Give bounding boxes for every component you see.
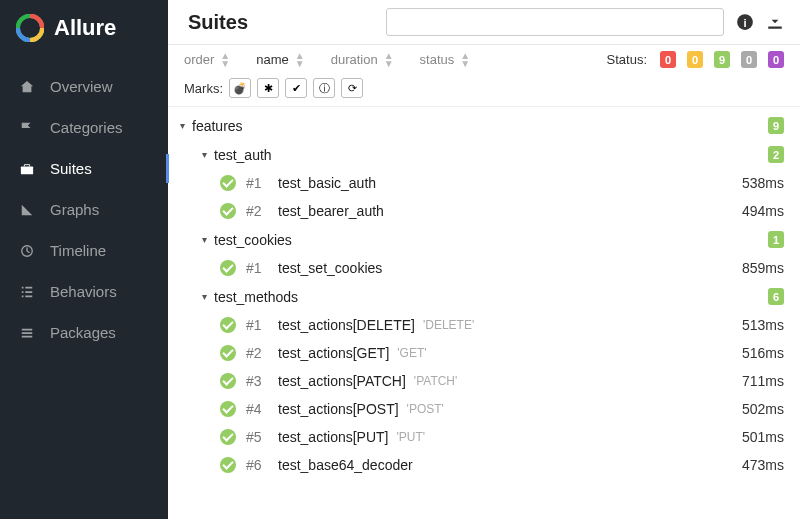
count-badge: 2 — [768, 146, 784, 163]
tree-row[interactable]: #2test_actions[GET]'GET'516ms — [176, 339, 784, 367]
search-input[interactable] — [386, 8, 724, 36]
test-index: #6 — [246, 457, 268, 473]
marks-row: Marks: 💣 ✱ ✔ ⓘ ⟳ — [168, 74, 800, 107]
sorter-order[interactable]: order ▲▼ — [184, 52, 230, 68]
count-badge: 9 — [768, 117, 784, 134]
status-badge-skipped[interactable]: 0 — [741, 51, 757, 68]
mark-failed-button[interactable]: ✔ — [285, 78, 307, 98]
tree-row[interactable]: #4test_actions[POST]'POST'502ms — [176, 395, 784, 423]
test-index: #1 — [246, 317, 268, 333]
test-duration: 516ms — [742, 345, 784, 361]
flag-icon — [18, 120, 36, 136]
sidebar: Allure Overview Categories Suites Graphs… — [0, 0, 168, 519]
node-name: test_auth — [214, 147, 272, 163]
mark-flaky-button[interactable]: 💣 — [229, 78, 251, 98]
tree-row[interactable]: ▾test_cookies1 — [176, 225, 784, 254]
info-icon[interactable]: i — [736, 13, 754, 31]
test-index: #5 — [246, 429, 268, 445]
node-name: features — [192, 118, 243, 134]
test-index: #4 — [246, 401, 268, 417]
sidebar-item-suites[interactable]: Suites — [0, 148, 168, 189]
sidebar-item-label: Timeline — [50, 242, 106, 259]
sidebar-item-packages[interactable]: Packages — [0, 312, 168, 353]
test-index: #3 — [246, 373, 268, 389]
sort-arrows-icon: ▲▼ — [295, 52, 305, 68]
sidebar-item-graphs[interactable]: Graphs — [0, 189, 168, 230]
status-passed-icon — [220, 457, 236, 473]
status-passed-icon — [220, 429, 236, 445]
status-passed-icon — [220, 373, 236, 389]
test-param: 'POST' — [407, 402, 444, 416]
sidebar-item-label: Behaviors — [50, 283, 117, 300]
test-param: 'PATCH' — [414, 374, 457, 388]
sorter-label: order — [184, 52, 214, 67]
brand-logo-icon — [16, 14, 44, 42]
test-duration: 711ms — [742, 373, 784, 389]
status-passed-icon — [220, 345, 236, 361]
chart-icon — [18, 202, 36, 218]
test-duration: 859ms — [742, 260, 784, 276]
tree-row[interactable]: ▾features9 — [176, 111, 784, 140]
mark-retries-button[interactable]: ⟳ — [341, 78, 363, 98]
tree-row[interactable]: #6test_base64_decoder473ms — [176, 451, 784, 479]
test-name: test_actions[PUT] — [278, 429, 389, 445]
node-name: test_methods — [214, 289, 298, 305]
status-passed-icon — [220, 401, 236, 417]
home-icon — [18, 79, 36, 95]
test-param: 'DELETE' — [423, 318, 474, 332]
sort-arrows-icon: ▲▼ — [384, 52, 394, 68]
tree-row[interactable]: #2test_bearer_auth494ms — [176, 197, 784, 225]
sidebar-item-label: Suites — [50, 160, 92, 177]
test-name: test_actions[PATCH] — [278, 373, 406, 389]
download-icon[interactable] — [766, 13, 784, 31]
status-badge-failed[interactable]: 0 — [660, 51, 676, 68]
status-badge-unknown[interactable]: 0 — [768, 51, 784, 68]
tree-row[interactable]: #1test_actions[DELETE]'DELETE'513ms — [176, 311, 784, 339]
sidebar-item-timeline[interactable]: Timeline — [0, 230, 168, 271]
chevron-down-icon: ▾ — [198, 291, 210, 302]
test-name: test_actions[POST] — [278, 401, 399, 417]
topbar: Suites i — [168, 0, 800, 45]
tree-row[interactable]: ▾test_auth2 — [176, 140, 784, 169]
chevron-down-icon: ▾ — [176, 120, 188, 131]
tree-row[interactable]: #1test_set_cookies859ms — [176, 254, 784, 282]
sort-arrows-icon: ▲▼ — [460, 52, 470, 68]
node-name: test_cookies — [214, 232, 292, 248]
page-title: Suites — [184, 11, 248, 34]
sidebar-item-label: Packages — [50, 324, 116, 341]
sorter-name[interactable]: name ▲▼ — [256, 52, 304, 68]
status-label: Status: — [607, 52, 647, 67]
test-duration: 513ms — [742, 317, 784, 333]
mark-manual-button[interactable]: ⓘ — [313, 78, 335, 98]
status-badge-broken[interactable]: 0 — [687, 51, 703, 68]
sidebar-item-overview[interactable]: Overview — [0, 66, 168, 107]
sort-row: order ▲▼ name ▲▼ duration ▲▼ status ▲▼ S… — [168, 45, 800, 74]
status-passed-icon — [220, 175, 236, 191]
sidebar-item-label: Overview — [50, 78, 113, 95]
tree-row[interactable]: ▾test_methods6 — [176, 282, 784, 311]
tree-row[interactable]: #5test_actions[PUT]'PUT'501ms — [176, 423, 784, 451]
test-duration: 494ms — [742, 203, 784, 219]
test-duration: 538ms — [742, 175, 784, 191]
status-badge-passed[interactable]: 9 — [714, 51, 730, 68]
mark-new-button[interactable]: ✱ — [257, 78, 279, 98]
status-passed-icon — [220, 317, 236, 333]
sorter-status[interactable]: status ▲▼ — [420, 52, 471, 68]
tree-row[interactable]: #1test_basic_auth538ms — [176, 169, 784, 197]
test-index: #2 — [246, 345, 268, 361]
test-name: test_actions[DELETE] — [278, 317, 415, 333]
sidebar-item-label: Graphs — [50, 201, 99, 218]
test-duration: 501ms — [742, 429, 784, 445]
test-tree: ▾features9▾test_auth2#1test_basic_auth53… — [168, 107, 800, 519]
package-icon — [18, 325, 36, 341]
svg-text:i: i — [743, 17, 746, 29]
sidebar-item-behaviors[interactable]: Behaviors — [0, 271, 168, 312]
test-name: test_bearer_auth — [278, 203, 384, 219]
marks-label: Marks: — [184, 81, 223, 96]
sidebar-item-categories[interactable]: Categories — [0, 107, 168, 148]
test-duration: 502ms — [742, 401, 784, 417]
status-passed-icon — [220, 260, 236, 276]
sidebar-item-label: Categories — [50, 119, 123, 136]
sorter-duration[interactable]: duration ▲▼ — [331, 52, 394, 68]
tree-row[interactable]: #3test_actions[PATCH]'PATCH'711ms — [176, 367, 784, 395]
